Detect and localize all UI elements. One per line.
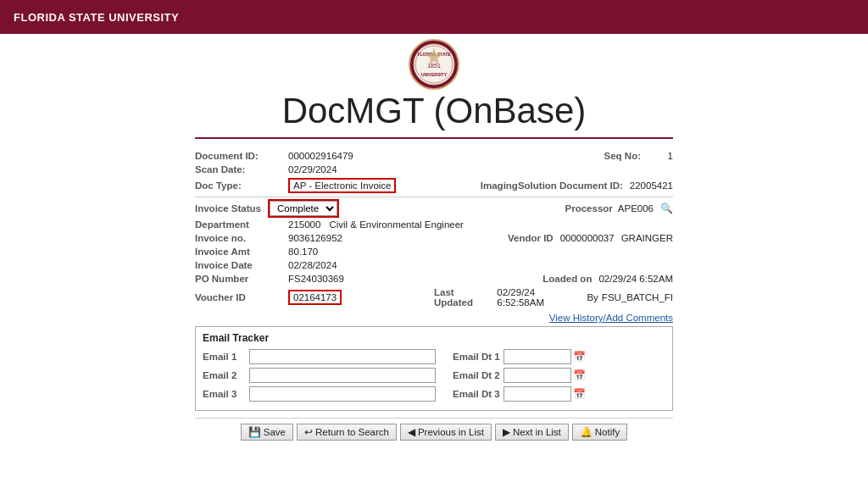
document-id-label: Document ID: — [195, 151, 288, 161]
save-button[interactable]: 💾 Save — [241, 424, 293, 441]
doc-id-row: Document ID: 000002916479 Seq No: 1 — [195, 151, 673, 161]
email3-row: Email 3 Email Dt 3 📅 — [203, 386, 665, 402]
save-icon: 💾 — [248, 426, 261, 438]
email1-row: Email 1 Email Dt 1 📅 — [203, 349, 665, 364]
email-dt2-label: Email Dt 2 — [453, 370, 504, 380]
imaging-solution-value: 22005421 — [630, 180, 673, 191]
document-info: Document ID: 000002916479 Seq No: 1 Scan… — [195, 146, 673, 313]
scan-date-value: 02/29/2024 — [288, 164, 337, 175]
invoice-amt-value: 80.170 — [288, 247, 318, 257]
po-number-label: PO Number — [195, 274, 288, 284]
email1-input[interactable] — [249, 349, 436, 364]
return-to-search-label: Return to Search — [315, 427, 389, 437]
last-updated-by-value: FSU_BATCH_FI — [602, 292, 673, 302]
processor-label: Processor — [565, 203, 613, 214]
po-loaded-row: PO Number FS24030369 Loaded on 02/29/24 … — [195, 274, 673, 284]
calendar2-icon[interactable]: 📅 — [573, 369, 586, 381]
doc-type-value: AP - Electronic Invoice — [288, 178, 396, 193]
processor-search-button[interactable]: 🔍 — [660, 202, 673, 214]
loaded-on-label: Loaded on — [542, 274, 592, 284]
save-label: Save — [264, 427, 286, 437]
email3-input[interactable] — [249, 386, 436, 402]
last-updated-label: Last Updated — [434, 287, 493, 308]
email-tracker-section: Email Tracker Email 1 Email Dt 1 📅 Email… — [195, 326, 673, 411]
status-section: Invoice Status Complete Pending Error Pr… — [195, 197, 673, 308]
invoice-status-row: Invoice Status Complete Pending Error Pr… — [195, 201, 673, 216]
email-dt3-input[interactable] — [504, 386, 571, 402]
processor-value: APE006 — [618, 203, 654, 214]
seq-no-value: 1 — [648, 151, 673, 161]
next-icon: ▶ — [503, 426, 510, 438]
page-title: DocMGT (OnBase) — [0, 92, 868, 130]
voucher-last-updated-row: Voucher ID 02164173 Last Updated 02/29/2… — [195, 287, 673, 308]
invoice-date-row: Invoice Date 02/28/2024 — [195, 260, 673, 270]
invoice-date-value: 02/28/2024 — [288, 260, 337, 270]
department-value: 215000 — [288, 219, 320, 230]
previous-in-list-button[interactable]: ◀ Previous in List — [400, 424, 492, 441]
svg-text:UNIVERSITY: UNIVERSITY — [421, 72, 448, 77]
vendor-id-label: Vendor ID — [508, 233, 554, 243]
calendar3-icon[interactable]: 📅 — [573, 388, 586, 400]
calendar1-icon[interactable]: 📅 — [573, 351, 586, 363]
seal-container: FLORIDA STATE UNIVERSITY 1851 — [0, 34, 868, 92]
notify-label: Notify — [595, 427, 620, 437]
email2-row: Email 2 Email Dt 2 📅 — [203, 368, 665, 383]
return-to-search-button[interactable]: ↩ Return to Search — [297, 424, 397, 441]
invoice-date-label: Invoice Date — [195, 260, 288, 270]
department-name: Civil & Environmental Engineer — [329, 219, 464, 230]
invoice-amt-row: Invoice Amt 80.170 — [195, 247, 673, 257]
main-content: Document ID: 000002916479 Seq No: 1 Scan… — [195, 146, 673, 441]
next-in-list-button[interactable]: ▶ Next in List — [495, 424, 569, 441]
invoice-no-label: Invoice no. — [195, 233, 288, 243]
last-updated-by-label: By — [587, 292, 598, 302]
header-bar: FLORIDA STATE UNIVERSITY — [0, 0, 868, 34]
last-updated-value: 02/29/24 6:52:58AM — [497, 287, 581, 308]
voucher-id-value: 02164173 — [288, 290, 342, 305]
next-in-list-label: Next in List — [513, 427, 561, 437]
email3-label: Email 3 — [203, 389, 249, 399]
university-name: FLORIDA STATE UNIVERSITY — [14, 11, 179, 24]
title-divider — [195, 137, 673, 139]
view-history-link[interactable]: View History/Add Comments — [195, 313, 673, 323]
doc-type-row: Doc Type: AP - Electronic Invoice Imagin… — [195, 178, 673, 193]
loaded-on-value: 02/29/24 6:52AM — [598, 274, 673, 284]
doc-type-label: Doc Type: — [195, 180, 288, 191]
email2-label: Email 2 — [203, 370, 249, 380]
email1-label: Email 1 — [203, 352, 249, 362]
seq-no-label: Seq No: — [604, 151, 641, 161]
invoice-vendor-row: Invoice no. 9036126952 Vendor ID 0000000… — [195, 233, 673, 243]
notify-button[interactable]: 🔔 Notify — [572, 424, 627, 441]
return-icon: ↩ — [304, 426, 313, 438]
email-dt1-label: Email Dt 1 — [453, 352, 504, 362]
imaging-solution-label: ImagingSolution Document ID: — [481, 180, 623, 191]
vendor-id-value: 0000000037 — [560, 233, 615, 243]
university-seal: FLORIDA STATE UNIVERSITY 1851 — [409, 39, 459, 90]
invoice-no-value: 9036126952 — [288, 233, 342, 243]
po-number-value: FS24030369 — [288, 274, 344, 284]
previous-icon: ◀ — [408, 426, 415, 438]
scan-date-row: Scan Date: 02/29/2024 — [195, 164, 673, 175]
email-tracker-title: Email Tracker — [203, 332, 665, 344]
email-dt3-label: Email Dt 3 — [453, 389, 504, 399]
notify-icon: 🔔 — [580, 426, 593, 438]
bottom-toolbar: 💾 Save ↩ Return to Search ◀ Previous in … — [195, 418, 673, 441]
email-dt2-input[interactable] — [504, 368, 571, 383]
invoice-amt-label: Invoice Amt — [195, 247, 288, 257]
previous-in-list-label: Previous in List — [418, 427, 484, 437]
email-dt1-input[interactable] — [504, 349, 571, 364]
invoice-status-select[interactable]: Complete Pending Error — [270, 201, 337, 216]
email2-input[interactable] — [249, 368, 436, 383]
document-id-value: 000002916479 — [288, 151, 353, 161]
department-label: Department — [195, 219, 288, 230]
invoice-status-label: Invoice Status — [195, 203, 261, 214]
department-row: Department 215000 Civil & Environmental … — [195, 219, 673, 230]
scan-date-label: Scan Date: — [195, 164, 288, 175]
voucher-id-label: Voucher ID — [195, 292, 288, 302]
vendor-name: GRAINGER — [621, 233, 673, 243]
